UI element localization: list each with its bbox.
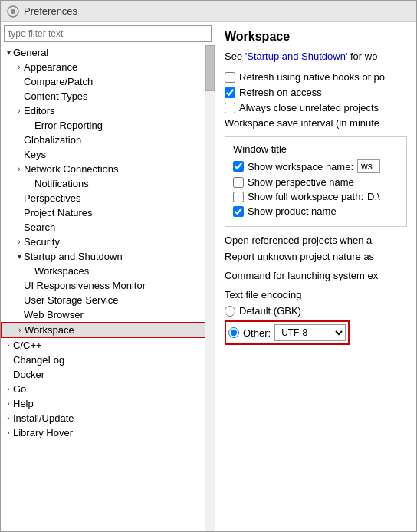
tree-label-go: Go: [13, 383, 26, 395]
tree-item-web-browser[interactable]: Web Browser: [1, 307, 215, 322]
encoding-default-label: Default (GBK): [239, 305, 301, 317]
tree-item-workspaces[interactable]: Workspaces: [1, 264, 215, 278]
tree-label-editors: Editors: [24, 105, 54, 117]
checkbox-native-hooks: Refresh using native hooks or po: [225, 71, 407, 83]
tree-label-appearance: Appearance: [24, 61, 77, 73]
tree-item-content-types[interactable]: Content Types: [1, 89, 215, 103]
window-title: Preferences: [24, 5, 77, 17]
tree-container: ▾General›AppearanceCompare/PatchContent …: [1, 45, 215, 531]
tree-item-notifications[interactable]: Notifications: [1, 176, 215, 191]
tree-item-user-storage[interactable]: User Storage Service: [1, 293, 215, 307]
tree-label-security: Security: [24, 236, 60, 248]
tree-label-general: General: [13, 47, 48, 58]
encoding-other-row: Other: UTF-8 UTF-16 ISO-8859-1: [225, 320, 350, 345]
show-perspective-checkbox[interactable]: [233, 177, 244, 188]
checkbox-close-unrelated: Always close unrelated projects: [225, 102, 407, 113]
tree-item-workspace[interactable]: ›Workspace: [1, 322, 215, 338]
wt-show-fullpath: Show full workspace path: D:\: [233, 191, 399, 202]
tree-arrow-install-update: ›: [4, 414, 13, 422]
fullpath-value: D:\: [367, 191, 380, 202]
encoding-section: Text file encoding Default (GBK) Other: …: [225, 289, 407, 345]
show-product-checkbox[interactable]: [233, 206, 244, 217]
tree-item-network-connections[interactable]: ›Network Connections: [1, 162, 215, 176]
content-area: ▾General›AppearanceCompare/PatchContent …: [1, 22, 416, 531]
tree-item-startup-shutdown[interactable]: ▾Startup and Shutdown: [1, 249, 215, 264]
tree-label-cpp: C/C++: [13, 340, 42, 351]
tree-label-web-browser: Web Browser: [24, 309, 84, 320]
tree-item-compare-patch[interactable]: Compare/Patch: [1, 74, 215, 89]
show-product-label: Show product name: [248, 205, 337, 217]
show-fullpath-checkbox[interactable]: [233, 192, 244, 202]
title-bar: Preferences: [1, 1, 416, 22]
save-interval-row: Workspace save interval (in minute: [225, 117, 407, 129]
wt-show-perspective: Show perspective name: [233, 176, 399, 188]
tree-item-general[interactable]: ▾General: [1, 45, 215, 60]
tree-label-keys: Keys: [24, 149, 46, 160]
encoding-other-radio[interactable]: [228, 327, 239, 338]
checkbox-refresh-access: Refresh on access: [225, 87, 407, 98]
tree-arrow-startup-shutdown: ▾: [15, 252, 24, 261]
show-workspace-checkbox[interactable]: [233, 161, 244, 172]
tree-item-library-hover[interactable]: ›Library Hover: [1, 425, 215, 440]
tree-arrow-editors: ›: [15, 107, 24, 115]
tree-arrow-appearance: ›: [15, 63, 24, 71]
tree-label-docker: Docker: [13, 369, 44, 380]
tree-label-changelog: ChangeLog: [13, 354, 64, 366]
tree-item-ui-responsiveness[interactable]: UI Responsiveness Monitor: [1, 278, 215, 293]
refresh-access-checkbox[interactable]: [225, 87, 235, 98]
native-hooks-label: Refresh using native hooks or po: [239, 71, 385, 83]
tree-label-error-reporting: Error Reporting: [34, 120, 103, 131]
tree-item-help[interactable]: ›Help: [1, 396, 215, 411]
tree-item-go[interactable]: ›Go: [1, 382, 215, 396]
tree-label-help: Help: [13, 398, 34, 409]
workspace-name-input[interactable]: [357, 159, 380, 173]
open-projects-text: Open referenced projects when a: [225, 235, 407, 246]
tree-item-editors[interactable]: ›Editors: [1, 103, 215, 118]
encoding-header: Text file encoding: [225, 289, 407, 300]
native-hooks-checkbox[interactable]: [225, 72, 235, 83]
encoding-default-radio[interactable]: [225, 306, 235, 317]
preferences-icon: [7, 5, 19, 18]
tree-item-docker[interactable]: Docker: [1, 367, 215, 382]
tree-item-perspectives[interactable]: Perspectives: [1, 191, 215, 205]
tree-item-cpp[interactable]: ›C/C++: [1, 338, 215, 353]
close-unrelated-label: Always close unrelated projects: [239, 102, 379, 113]
window-title-section: Window title Show workspace name: Show p…: [225, 136, 407, 227]
preferences-window: Preferences ▾General›AppearanceCompare/P…: [0, 0, 417, 532]
tree-item-globalization[interactable]: Globalization: [1, 133, 215, 147]
tree-label-content-types: Content Types: [24, 90, 88, 102]
tree-label-compare-patch: Compare/Patch: [24, 76, 93, 87]
encoding-other-label: Other:: [243, 327, 271, 339]
tree-item-error-reporting[interactable]: Error Reporting: [1, 118, 215, 133]
show-perspective-label: Show perspective name: [248, 176, 354, 188]
tree-arrow-help: ›: [4, 399, 13, 408]
encoding-default-row: Default (GBK): [225, 305, 407, 317]
tree-arrow-security: ›: [15, 238, 24, 246]
svg-point-1: [11, 9, 15, 14]
tree-item-keys[interactable]: Keys: [1, 147, 215, 162]
tree-label-user-storage: User Storage Service: [24, 294, 119, 306]
panel-title: Workspace: [225, 30, 407, 44]
tree-arrow-workspace: ›: [15, 326, 25, 334]
tree-label-install-update: Install/Update: [13, 412, 74, 424]
tree-arrow-cpp: ›: [4, 341, 13, 350]
tree-item-install-update[interactable]: ›Install/Update: [1, 411, 215, 425]
tree-label-search: Search: [24, 222, 55, 233]
close-unrelated-checkbox[interactable]: [225, 103, 235, 113]
tree-label-ui-responsiveness: UI Responsiveness Monitor: [24, 280, 146, 291]
encoding-select[interactable]: UTF-8 UTF-16 ISO-8859-1: [274, 324, 346, 341]
command-text: Command for launching system ex: [225, 270, 407, 281]
right-panel: Workspace See 'Startup and Shutdown' for…: [215, 22, 416, 531]
tree-item-project-natures[interactable]: Project Natures: [1, 205, 215, 220]
tree-item-security[interactable]: ›Security: [1, 235, 215, 249]
wt-show-product: Show product name: [233, 205, 399, 217]
tree-arrow-go: ›: [4, 385, 13, 393]
startup-shutdown-link[interactable]: 'Startup and Shutdown': [245, 51, 348, 62]
left-panel: ▾General›AppearanceCompare/PatchContent …: [1, 22, 215, 531]
tree-item-appearance[interactable]: ›Appearance: [1, 60, 215, 74]
tree-item-changelog[interactable]: ChangeLog: [1, 353, 215, 367]
filter-input[interactable]: [4, 25, 212, 42]
tree-item-search[interactable]: Search: [1, 220, 215, 235]
report-text: Report unknown project nature as: [225, 251, 407, 262]
tree-arrow-network-connections: ›: [15, 165, 24, 173]
